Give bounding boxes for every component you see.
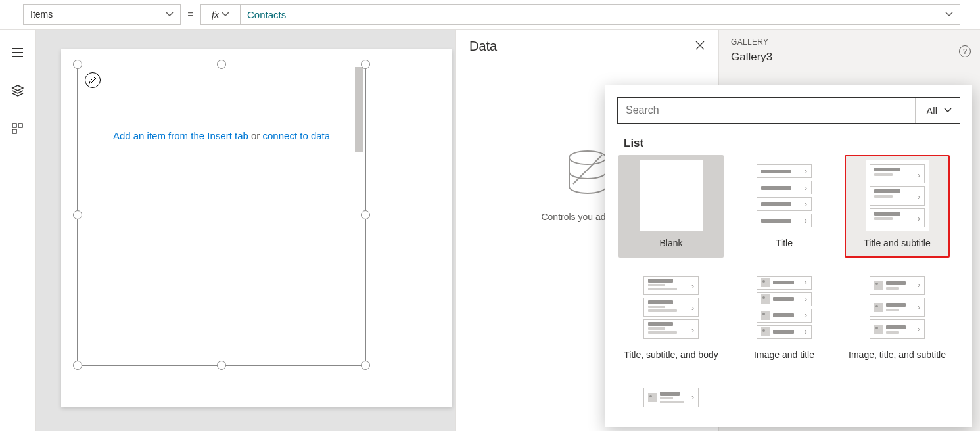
resize-handle[interactable] [73,210,82,219]
gallery-control[interactable]: Add an item from the Insert tab or conne… [77,64,366,366]
layout-search-bar: All [617,97,960,124]
formula-value: Contacts [247,9,286,20]
filter-dropdown[interactable]: All [915,98,952,123]
formula-bar: Items = fx Contacts [0,0,980,30]
layout-thumb: › › › [866,160,929,231]
fx-button[interactable]: fx [200,4,240,25]
resize-handle[interactable] [361,361,370,370]
equals-sign: = [181,9,200,20]
layout-thumb: › [640,384,703,411]
layout-tile-blank[interactable]: Blank [618,155,724,258]
layout-caption: Title and subtitle [864,238,930,250]
resize-handle[interactable] [361,210,370,219]
layout-caption: Title, subtitle, and body [624,350,718,361]
property-name: Items [30,9,53,20]
left-rail [0,30,36,431]
layout-caption: Image and title [754,350,814,361]
layout-tile-title[interactable]: › › › › Title [732,155,837,258]
layout-tiles: Blank › › › › Title › › › Title and subt… [617,155,960,418]
svg-rect-0 [12,124,16,127]
layout-tile-image-title-subtitle[interactable]: › › › Image, title, and subtitle [845,267,950,369]
hint-or: or [248,130,263,141]
chevron-down-icon [944,106,952,114]
svg-rect-2 [12,129,16,133]
help-icon[interactable]: ? [959,45,971,57]
svg-line-4 [573,155,602,184]
resize-handle[interactable] [217,361,226,370]
apps-icon[interactable] [11,122,24,135]
search-input[interactable] [626,104,915,116]
hamburger-icon[interactable] [11,46,24,59]
filter-label: All [926,105,937,116]
app-canvas[interactable]: Add an item from the Insert tab or conne… [61,49,452,407]
close-button[interactable] [695,40,705,53]
gallery-hint: Add an item from the Insert tab or conne… [78,130,365,141]
chevron-down-icon [945,11,953,18]
layout-picker: All List Blank › › › › Title › › [605,85,972,427]
layout-thumb: › › › [866,272,929,343]
layout-thumb [640,160,703,231]
layout-thumb: › › › [640,272,703,343]
resize-handle[interactable] [73,60,82,69]
resize-handle[interactable] [73,361,82,370]
layout-tile-more[interactable]: › [618,378,724,418]
layout-thumb: › › › › [753,160,816,231]
layout-thumb: › › › › [753,272,816,343]
layout-tile-title-subtitle[interactable]: › › › Title and subtitle [845,155,950,258]
control-name: Gallery3 [731,51,968,64]
layout-tile-title-subtitle-body[interactable]: › › › Title, subtitle, and body [618,267,724,369]
property-select[interactable]: Items [23,4,181,25]
chevron-down-icon [222,11,229,18]
connect-data-link[interactable]: connect to data [263,130,331,141]
layout-tile-image-title[interactable]: › › › › Image and title [732,267,837,369]
layout-caption: Title [776,238,793,250]
resize-handle[interactable] [361,60,370,69]
insert-hint-link[interactable]: Add an item from the Insert tab [113,130,248,141]
data-panel-title: Data [469,39,497,54]
formula-input[interactable]: Contacts [240,4,960,25]
svg-rect-1 [18,124,22,127]
layout-caption: Blank [659,238,682,250]
edit-icon[interactable] [85,72,101,88]
svg-point-3 [569,151,606,164]
resize-handle[interactable] [217,60,226,69]
layout-caption: Image, title, and subtitle [849,350,946,361]
chevron-down-icon [166,11,174,18]
fx-icon: fx [212,9,219,20]
layers-icon[interactable] [11,84,24,97]
section-title: List [624,137,960,150]
control-type-label: GALLERY [731,37,968,47]
